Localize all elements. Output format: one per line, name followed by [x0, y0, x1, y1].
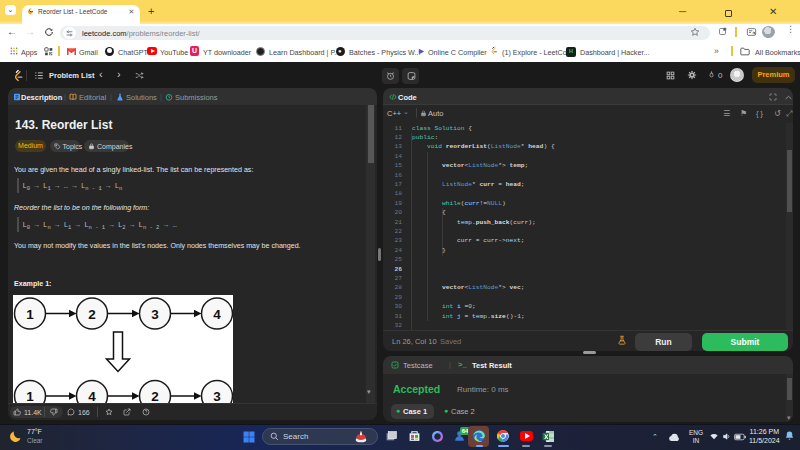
svg-text:2: 2: [88, 307, 96, 322]
svg-text:4: 4: [213, 307, 221, 322]
svg-text:3: 3: [151, 307, 159, 322]
svg-text:3: 3: [213, 389, 221, 403]
svg-text:1: 1: [26, 307, 34, 322]
svg-text:4: 4: [88, 389, 96, 403]
svg-text:1: 1: [26, 389, 34, 403]
svg-text:2: 2: [151, 389, 159, 403]
